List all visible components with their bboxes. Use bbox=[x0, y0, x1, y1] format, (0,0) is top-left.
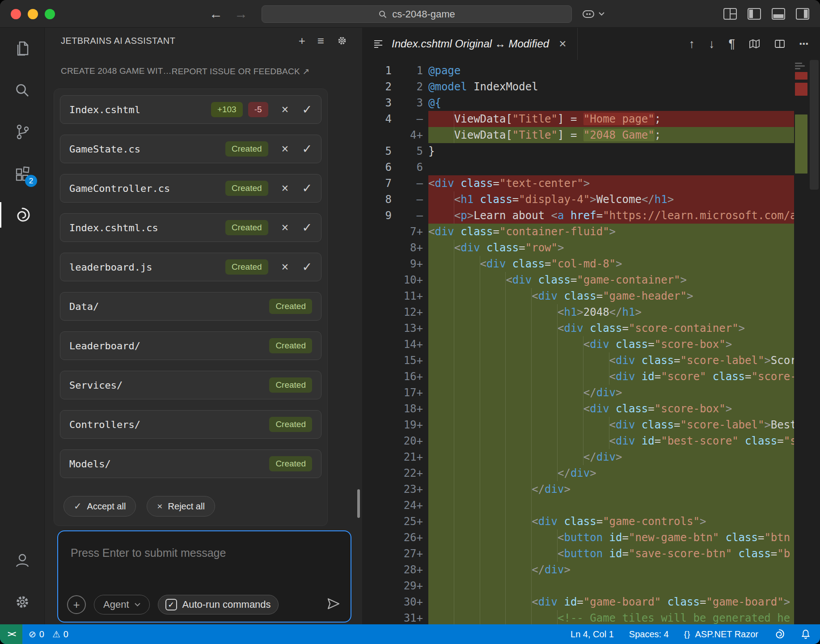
file-change-card[interactable]: Services/Created bbox=[60, 371, 321, 399]
problems-errors[interactable]: ⊘ 0 bbox=[29, 629, 44, 640]
chat-history-button[interactable]: ≡ bbox=[317, 34, 324, 48]
toggle-whitespace-button[interactable]: ¶ bbox=[729, 38, 735, 50]
code-line[interactable]: 11+<div class="game-header"> bbox=[362, 288, 794, 304]
autorun-toggle[interactable]: ✓ Auto-run commands bbox=[158, 595, 279, 614]
code-line[interactable]: 28+</div> bbox=[362, 562, 794, 578]
code-line[interactable]: 31+<!-- Game tiles will be generated he bbox=[362, 610, 794, 624]
code-line[interactable]: 20+<div id="best-score" class="s bbox=[362, 433, 794, 449]
code-line[interactable]: 8+<div class="row"> bbox=[362, 240, 794, 256]
forward-button[interactable]: → bbox=[234, 6, 248, 21]
code-line[interactable]: 9–<p>Learn about <a href="https://learn.… bbox=[362, 208, 794, 224]
command-center-search[interactable]: cs-2048-game bbox=[262, 5, 572, 23]
accounts-button[interactable] bbox=[0, 539, 45, 581]
sidebar-item-extensions[interactable]: 2 bbox=[0, 153, 45, 194]
code-line[interactable]: 15+<div class="score-label">Score bbox=[362, 352, 794, 369]
sidebar-item-explorer[interactable] bbox=[0, 28, 45, 69]
code-line[interactable]: 14+<div class="score-box"> bbox=[362, 336, 794, 352]
file-change-card[interactable]: GameController.csCreated×✓ bbox=[60, 174, 321, 203]
tab-diff-editor[interactable]: Index.cshtml Original ↔ Modified × bbox=[362, 28, 578, 60]
zoom-window-button[interactable] bbox=[45, 9, 55, 19]
indentation-setting[interactable]: Spaces: 4 bbox=[629, 629, 669, 640]
remote-indicator[interactable]: >< bbox=[0, 624, 22, 644]
sidebar-item-source-control[interactable] bbox=[0, 111, 45, 153]
jetbrains-ai-icon[interactable] bbox=[774, 628, 785, 640]
code-line[interactable]: 55} bbox=[362, 143, 794, 159]
close-tab-icon[interactable]: × bbox=[556, 37, 566, 51]
autorun-checkbox[interactable]: ✓ bbox=[165, 599, 177, 610]
notifications-bell-icon[interactable] bbox=[800, 629, 811, 640]
customize-layout-icon[interactable] bbox=[723, 8, 737, 20]
code-line[interactable]: 19+<div class="score-label">Best bbox=[362, 417, 794, 433]
code-line[interactable]: 29+ bbox=[362, 578, 794, 594]
code-line[interactable]: 11@page bbox=[362, 63, 794, 79]
reject-file-button[interactable]: × bbox=[282, 104, 289, 116]
code-line[interactable]: 12+<h1>2048</h1> bbox=[362, 304, 794, 320]
code-line[interactable]: 9+<div class="col-md-8"> bbox=[362, 256, 794, 272]
next-change-button[interactable]: ↓ bbox=[709, 38, 715, 50]
gear-icon[interactable] bbox=[336, 35, 348, 47]
map-view-icon[interactable] bbox=[749, 38, 761, 49]
language-mode[interactable]: {} ASP.NET Razor bbox=[684, 629, 758, 640]
code-line[interactable]: 22@model IndexModel bbox=[362, 79, 794, 95]
file-change-card[interactable]: Controllers/Created bbox=[60, 410, 321, 439]
chat-input-box[interactable]: + Agent ✓ Auto-run commands bbox=[57, 530, 351, 623]
code-line[interactable]: 7–<div class="text-center"> bbox=[362, 175, 794, 191]
reject-all-button[interactable]: × Reject all bbox=[147, 496, 215, 517]
file-change-card[interactable]: GameState.csCreated×✓ bbox=[60, 135, 321, 163]
previous-change-button[interactable]: ↑ bbox=[689, 38, 695, 50]
code-line[interactable]: 18+<div class="score-box"> bbox=[362, 401, 794, 417]
minimap[interactable] bbox=[794, 60, 808, 624]
code-line[interactable]: 13+<div class="score-container"> bbox=[362, 320, 794, 336]
attach-button[interactable]: + bbox=[67, 595, 86, 614]
code-line[interactable]: 17+</div> bbox=[362, 385, 794, 401]
back-button[interactable]: ← bbox=[209, 6, 223, 21]
code-line[interactable]: 24+ bbox=[362, 497, 794, 513]
file-change-card[interactable]: Models/Created bbox=[60, 449, 321, 478]
code-line[interactable]: 10+<div class="game-container"> bbox=[362, 272, 794, 288]
file-change-card[interactable]: Index.cshtml+103-5×✓ bbox=[60, 95, 321, 124]
close-window-button[interactable] bbox=[11, 9, 21, 19]
code-line[interactable]: 16+<div id="score" class="score- bbox=[362, 369, 794, 385]
accept-file-button[interactable]: ✓ bbox=[302, 143, 312, 155]
toggle-sidebar-left-icon[interactable] bbox=[748, 8, 761, 20]
reject-file-button[interactable]: × bbox=[282, 143, 289, 155]
settings-button[interactable] bbox=[0, 581, 45, 623]
editor-scrollbar[interactable] bbox=[808, 60, 820, 624]
scrollbar-thumb[interactable] bbox=[810, 60, 819, 190]
accept-file-button[interactable]: ✓ bbox=[302, 104, 312, 116]
cursor-position[interactable]: Ln 4, Col 1 bbox=[571, 629, 614, 640]
code-line[interactable]: 8–<h1 class="display-4">Welcome</h1> bbox=[362, 191, 794, 208]
accept-file-button[interactable]: ✓ bbox=[302, 182, 312, 195]
new-chat-button[interactable]: + bbox=[299, 34, 305, 48]
code-line[interactable]: 26+<button id="new-game-btn" class="btn bbox=[362, 530, 794, 546]
problems-warnings[interactable]: ⚠ 0 bbox=[52, 629, 68, 640]
more-actions-button[interactable]: ··· bbox=[799, 38, 808, 50]
code-line[interactable]: 30+<div id="game-board" class="game-boar… bbox=[362, 594, 794, 610]
file-change-card[interactable]: Index.cshtml.csCreated×✓ bbox=[60, 213, 321, 242]
accept-file-button[interactable]: ✓ bbox=[302, 222, 312, 234]
code-line[interactable]: 22+</div> bbox=[362, 465, 794, 481]
code-line[interactable]: 25+<div class="game-controls"> bbox=[362, 513, 794, 530]
code-line[interactable]: 21+</div> bbox=[362, 449, 794, 465]
feedback-link[interactable]: REPORT ISSUE OR FEEDBACK ↗ bbox=[172, 66, 310, 76]
code-line[interactable]: 66 bbox=[362, 159, 794, 175]
accept-file-button[interactable]: ✓ bbox=[302, 261, 312, 273]
file-change-card[interactable]: leaderboard.jsCreated×✓ bbox=[60, 253, 321, 281]
minimize-window-button[interactable] bbox=[28, 9, 38, 19]
sidebar-scrollbar[interactable] bbox=[357, 489, 360, 518]
chat-input[interactable] bbox=[58, 531, 351, 563]
sidebar-item-jetbrains-ai[interactable] bbox=[0, 194, 45, 236]
reject-file-button[interactable]: × bbox=[282, 222, 289, 234]
code-line[interactable]: 4+ViewData["Title"] = "2048 Game"; bbox=[362, 127, 794, 143]
code-line[interactable]: 33@{ bbox=[362, 95, 794, 111]
code-line[interactable]: 4–ViewData["Title"] = "Home page"; bbox=[362, 111, 794, 127]
accept-all-button[interactable]: ✓ Accept all bbox=[63, 496, 136, 517]
agent-mode-selector[interactable]: Agent bbox=[94, 595, 150, 614]
send-button[interactable] bbox=[326, 597, 341, 613]
code-line[interactable]: 7+<div class="container-fluid"> bbox=[362, 224, 794, 240]
reject-file-button[interactable]: × bbox=[282, 261, 289, 273]
toggle-panel-icon[interactable] bbox=[772, 8, 785, 20]
split-editor-icon[interactable] bbox=[774, 39, 785, 49]
toggle-sidebar-right-icon[interactable] bbox=[796, 8, 809, 20]
copilot-menu-button[interactable] bbox=[581, 7, 604, 21]
